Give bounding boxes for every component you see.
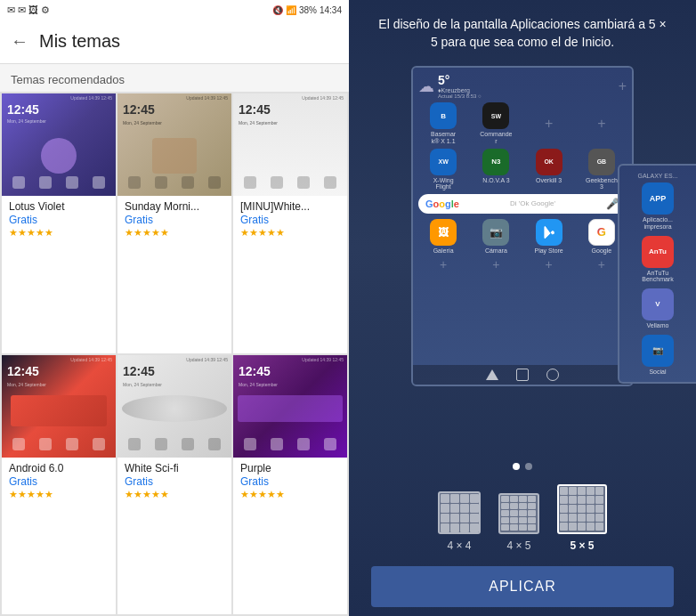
theme-card-android6[interactable]: 12:45 Updated 14:39 12:45 Mon, 24 Septem… (2, 355, 116, 615)
weather-detail: Actual 15/3 8:53 ○ (438, 93, 482, 99)
theme-price: Gratis (240, 475, 340, 488)
theme-name: Lotus Violet (9, 200, 109, 213)
phone-nav-bar (413, 365, 632, 385)
grid-preview-4x5 (498, 493, 539, 534)
theme-stars: ★★★★★ (9, 489, 109, 500)
theme-price: Gratis (240, 214, 340, 226)
theme-stars: ★★★★★ (240, 489, 340, 500)
top-bar: ← Mis temas (0, 20, 349, 64)
dot-apps (525, 463, 532, 470)
battery-text: 38% (299, 5, 317, 15)
weather-city: ♦Kreuzberg (438, 87, 482, 93)
theme-price: Gratis (9, 475, 109, 488)
play-store-label: Play Store (534, 247, 562, 255)
grid-preview-4x4 (438, 491, 481, 534)
theme-stars: ★★★★★ (240, 227, 340, 239)
right-panel: El diseño de la pantalla Aplicaciones ca… (349, 0, 696, 616)
search-bar[interactable]: Google Di 'Ok Google' 🎤 (418, 194, 627, 214)
theme-price: Gratis (125, 214, 224, 226)
weather-temp: 5° (438, 73, 482, 87)
list-item: 📷 Cámara (471, 219, 521, 255)
theme-card-lotus[interactable]: 12:45 Mon, 24 September Updated 14:39 12… (2, 93, 116, 353)
theme-name: Sunday Morni... (125, 200, 224, 213)
list-item: Play Store (524, 219, 574, 255)
grid-preview-5x5 (557, 484, 607, 534)
status-bar: ✉ ✉ 🖼 ⚙ 🔇 📶 38% 14:34 (0, 0, 349, 20)
list-item: N3 N.O.V.A 3 (471, 149, 521, 190)
grid-label-4x5: 4 × 5 (506, 539, 530, 552)
theme-preview-sunday: 12:45 Updated 14:39 12:45 Mon, 24 Septem… (117, 93, 231, 196)
side-app-item: AnTu AnTuTuBenchmark (623, 236, 692, 283)
theme-preview-lotus: 12:45 Mon, 24 September Updated 14:39 12… (2, 93, 116, 196)
list-item: XW X-WingFlight (418, 149, 468, 190)
list-item: OK Overkill 3 (524, 149, 574, 190)
status-right: 🔇 📶 38% 14:34 (272, 5, 342, 15)
recents-nav-icon (546, 369, 559, 381)
dots-indicator (513, 463, 532, 470)
gallery-icon: 🖼 (28, 4, 38, 15)
settings-icon: ⚙ (41, 4, 50, 16)
theme-card-minu[interactable]: 12:45 Updated 14:39 12:45 Mon, 24 Septem… (233, 93, 347, 353)
themes-grid: 12:45 Mon, 24 September Updated 14:39 12… (0, 92, 349, 616)
theme-card-scifi[interactable]: 12:45 Updated 14:39 12:45 Mon, 24 Septem… (117, 355, 231, 615)
theme-name: Purple (240, 462, 340, 474)
theme-card-purple[interactable]: 12:45 Updated 14:39 12:45 Mon, 24 Septem… (233, 355, 347, 615)
home-nav-icon (516, 369, 529, 381)
dot-home (513, 463, 520, 470)
time-text: 14:34 (320, 5, 342, 15)
dialog-text: El diseño de la pantalla Aplicaciones ca… (349, 0, 696, 61)
section-label: Temas recomendados (0, 64, 349, 92)
side-app-item: 📷 Social (623, 335, 692, 376)
email-icon: ✉ (18, 4, 26, 16)
theme-preview-purple: 12:45 Updated 14:39 12:45 Mon, 24 Septem… (233, 355, 347, 458)
theme-preview-minu: 12:45 Updated 14:39 12:45 Mon, 24 Septem… (233, 93, 347, 196)
grid-option-4x5[interactable]: 4 × 5 (498, 493, 539, 552)
list-item: 🖼 Galería (418, 219, 468, 255)
google-logo: Google (425, 199, 459, 209)
theme-stars: ★★★★★ (125, 227, 224, 239)
grid-label-5x5: 5 × 5 (570, 539, 594, 552)
wifi-icon: 📶 (286, 5, 296, 15)
left-panel: ✉ ✉ 🖼 ⚙ 🔇 📶 38% 14:34 ← Mis temas Temas … (0, 0, 349, 616)
theme-preview-scifi: 12:45 Updated 14:39 12:45 Mon, 24 Septem… (117, 355, 231, 458)
grid-label-4x4: 4 × 4 (447, 539, 471, 552)
search-placeholder: Di 'Ok Google' (463, 199, 603, 207)
theme-stars: ★★★★★ (125, 489, 224, 500)
theme-stars: ★★★★★ (9, 227, 109, 239)
list-item: SW Commander (471, 102, 521, 144)
theme-price: Gratis (9, 214, 109, 226)
side-app-item: APP Aplicacio...impresora (623, 182, 692, 230)
phone-screen-main: ☁ 5° ♦Kreuzberg Actual 15/3 8:53 ○ + B (411, 66, 634, 386)
theme-name: Android 6.0 (9, 462, 109, 474)
side-app-item: V Vellamo (623, 288, 692, 329)
theme-price: Gratis (125, 475, 224, 488)
page-title: Mis temas (39, 31, 120, 52)
phone-screen-content: ☁ 5° ♦Kreuzberg Actual 15/3 8:53 ○ + B (413, 68, 632, 385)
grid-option-4x4[interactable]: 4 × 4 (438, 491, 481, 552)
theme-name: [MINU]White... (240, 200, 340, 213)
theme-preview-android6: 12:45 Updated 14:39 12:45 Mon, 24 Septem… (2, 355, 116, 458)
back-nav-icon (486, 369, 498, 380)
msg-icon: ✉ (7, 4, 15, 16)
side-panel-label: GALAXY ES... (623, 173, 692, 179)
theme-card-sunday[interactable]: 12:45 Updated 14:39 12:45 Mon, 24 Septem… (117, 93, 231, 353)
back-button[interactable]: ← (11, 31, 28, 52)
side-app-panel: GALAXY ES... APP Aplicacio...impresora A… (618, 164, 696, 384)
grid-options: 4 × 4 4 × 5 5 × 5 (438, 484, 607, 552)
apply-button[interactable]: APLICAR (371, 566, 674, 607)
mute-icon: 🔇 (272, 5, 283, 15)
status-icons: ✉ ✉ 🖼 ⚙ (7, 4, 50, 16)
grid-option-5x5[interactable]: 5 × 5 (557, 484, 607, 552)
theme-name: White Sci-fi (125, 462, 224, 474)
list-item: B Basemark® X 1.1 (418, 102, 468, 144)
